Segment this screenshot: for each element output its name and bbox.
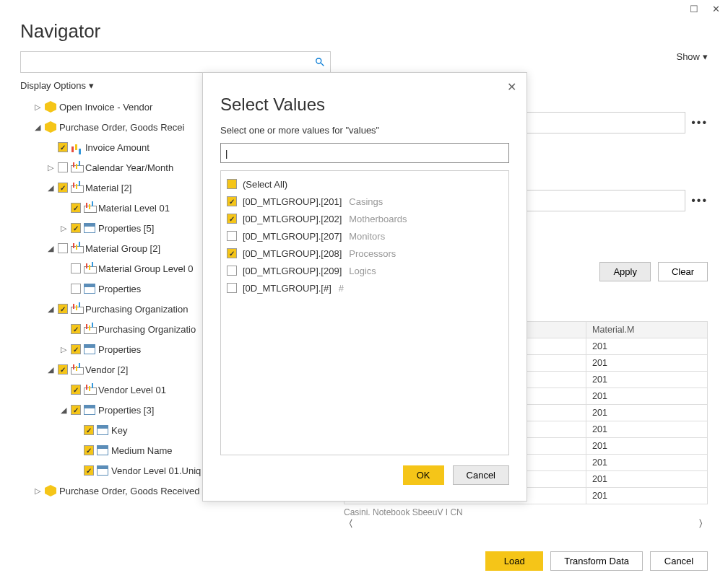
display-options-label: Display Options — [20, 80, 86, 91]
tree-label: Properties — [98, 344, 141, 355]
value-row[interactable]: [0D_MTLGROUP].[201]Casings — [227, 193, 503, 210]
hierarchy-icon — [84, 263, 95, 273]
checkbox[interactable] — [227, 266, 237, 276]
tree-label: Medium Name — [111, 445, 173, 456]
select-all-label: (Select All) — [243, 179, 287, 190]
value-row[interactable]: [0D_MTLGROUP].[207]Monitors — [227, 227, 503, 245]
value-name: Processors — [349, 248, 396, 259]
value-code: [0D_MTLGROUP].[#] — [243, 283, 332, 294]
tree-label: Properties [3] — [98, 405, 154, 416]
value-name: Monitors — [349, 231, 385, 242]
cube-icon — [45, 101, 56, 113]
value-code: [0D_MTLGROUP].[201] — [243, 196, 342, 207]
page-title: Navigator — [0, 17, 728, 51]
hierarchy-icon — [71, 162, 82, 172]
value-code: [0D_MTLGROUP].[208] — [243, 248, 342, 259]
ellipsis-button[interactable]: ••• — [691, 116, 708, 129]
value-row[interactable]: [0D_MTLGROUP].[202]Motherboards — [227, 210, 503, 227]
tree-label: Properties [5] — [98, 223, 154, 234]
checkbox[interactable] — [227, 283, 237, 293]
value-code: [0D_MTLGROUP].[202] — [243, 214, 342, 224]
tree-label: Purchasing Organization — [85, 304, 188, 315]
tree-label: Purchase Order, Goods Recei — [59, 122, 184, 133]
ellipsis-button[interactable]: ••• — [691, 194, 708, 207]
tree-label: Key — [111, 425, 127, 436]
apply-button[interactable]: Apply — [599, 262, 651, 281]
tree-label: Open Invoice - Vendor — [59, 102, 152, 113]
hierarchy-icon — [71, 183, 82, 193]
ok-button[interactable]: OK — [403, 465, 444, 485]
values-listbox: (Select All) [0D_MTLGROUP].[201]Casings … — [220, 170, 509, 455]
hierarchy-icon — [71, 304, 82, 314]
tree-label: Properties — [98, 284, 141, 294]
svg-point-0 — [316, 58, 321, 64]
value-name: # — [339, 283, 344, 294]
cancel-button[interactable]: Cancel — [650, 551, 708, 571]
load-button[interactable]: Load — [485, 551, 543, 571]
tree-label: Purchasing Organizatio — [98, 324, 196, 335]
value-row[interactable]: [0D_MTLGROUP].[#]# — [227, 279, 503, 297]
value-code: [0D_MTLGROUP].[207] — [243, 231, 342, 242]
hierarchy-icon — [84, 385, 95, 395]
checkbox[interactable] — [227, 214, 237, 224]
table-icon — [84, 344, 95, 354]
table-icon — [84, 223, 95, 233]
table-icon — [84, 405, 95, 415]
clear-button[interactable]: Clear — [658, 262, 708, 281]
tree-label: Material [2] — [85, 183, 131, 193]
modal-cancel-button[interactable]: Cancel — [453, 465, 509, 485]
chevron-down-icon: ▾ — [703, 51, 708, 62]
table-icon — [84, 284, 95, 294]
dialog-subtitle: Select one or more values for "values" — [220, 125, 509, 136]
preview-row-snippet: Casini. Notebook SbeeuV I CN — [344, 507, 463, 517]
tree-label: Material Group [2] — [85, 243, 160, 254]
table-icon — [97, 425, 108, 435]
value-code: [0D_MTLGROUP].[209] — [243, 266, 342, 276]
maximize-button[interactable]: ☐ — [688, 4, 701, 14]
close-button[interactable]: ✕ — [709, 4, 722, 14]
chart-icon — [71, 142, 82, 152]
checkbox[interactable] — [227, 196, 237, 206]
dialog-title: Select Values — [220, 95, 509, 115]
value-name: Casings — [349, 196, 383, 207]
search-icon[interactable] — [314, 56, 326, 68]
scroll-left-icon[interactable]: 〈 — [344, 517, 353, 530]
tree-label: Material Group Level 0 — [98, 263, 194, 274]
hierarchy-icon — [71, 364, 82, 375]
checkbox[interactable] — [227, 248, 237, 258]
dialog-footer: Load Transform Data Cancel — [485, 551, 708, 571]
tree-label: Calendar Year/Month — [85, 162, 173, 173]
transform-data-button[interactable]: Transform Data — [550, 551, 643, 571]
show-dropdown[interactable]: Show ▾ — [676, 51, 708, 62]
value-row[interactable]: [0D_MTLGROUP].[208]Processors — [227, 245, 503, 262]
tree-label: Material Level 01 — [98, 203, 170, 214]
checkbox[interactable] — [227, 231, 237, 241]
navigator-window: ☐ ✕ Navigator Display Options ▾ ▷Open In… — [0, 0, 728, 578]
value-name: Logics — [349, 266, 376, 276]
scroll-right-icon[interactable]: 〉 — [698, 517, 708, 530]
select-values-dialog: ✕ Select Values Select one or more value… — [202, 72, 527, 502]
hierarchy-icon — [71, 243, 82, 253]
value-row[interactable]: [0D_MTLGROUP].[209]Logics — [227, 262, 503, 279]
tree-search-input[interactable] — [25, 56, 314, 69]
chevron-down-icon: ▾ — [89, 80, 94, 91]
cube-icon — [45, 121, 56, 133]
table-icon — [97, 465, 108, 476]
window-titlebar: ☐ ✕ — [0, 0, 728, 17]
checkbox-partial[interactable] — [227, 179, 237, 189]
filter-input[interactable] — [220, 143, 509, 163]
tree-search-box[interactable] — [20, 51, 331, 73]
tree-label: Vendor Level 01 — [98, 385, 166, 395]
hierarchy-icon — [84, 324, 95, 334]
value-name: Motherboards — [349, 214, 407, 224]
tree-label: Vendor Level 01.Uniq — [111, 465, 201, 476]
table-icon — [97, 445, 108, 455]
tree-label: Invoice Amount — [85, 142, 150, 153]
preview-col-2[interactable]: Material.M — [586, 322, 708, 338]
select-all-row[interactable]: (Select All) — [227, 175, 503, 193]
tree-label: Vendor [2] — [85, 364, 128, 375]
close-icon[interactable]: ✕ — [507, 80, 516, 94]
hierarchy-icon — [84, 203, 95, 213]
svg-line-1 — [321, 63, 324, 66]
show-label: Show — [676, 51, 700, 62]
